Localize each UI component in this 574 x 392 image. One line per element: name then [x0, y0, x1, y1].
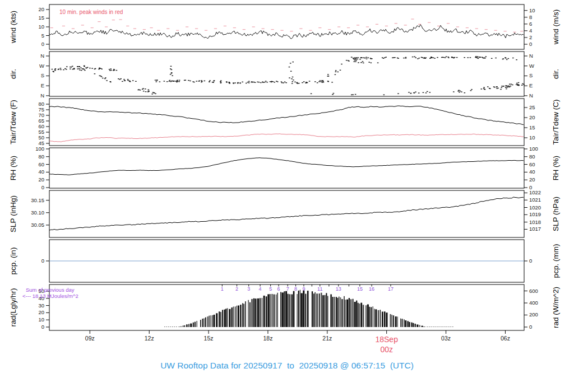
dir-dot [298, 83, 300, 83]
dir-dot [289, 67, 290, 67]
dir-dot [138, 89, 140, 90]
dir-dot [54, 69, 56, 70]
rad-bar [371, 307, 372, 327]
dir-dot [289, 77, 290, 78]
y-tick-label: 10 [38, 316, 44, 323]
dir-dot [170, 74, 172, 74]
rad-bar [367, 305, 369, 327]
rad-bar [209, 316, 210, 327]
dir-dot [239, 83, 241, 83]
rad-bar [405, 320, 406, 327]
rad-bar [245, 301, 246, 327]
dir-dot [170, 81, 172, 82]
chart-title: UW Rooftop Data for 20250917 to 20250918… [0, 361, 574, 371]
dir-dot [371, 58, 373, 59]
rad-bar [288, 294, 289, 327]
dir-dot [384, 57, 386, 58]
rad-bar [183, 326, 184, 328]
rad-bar [393, 315, 394, 327]
dir-dot [164, 81, 165, 81]
rad-stub [430, 326, 432, 327]
dir-dot [417, 58, 419, 59]
dir-dot [290, 71, 292, 72]
rad-bar [369, 307, 370, 327]
dir-dot [58, 69, 59, 69]
axis-title-left: dir. [9, 69, 17, 79]
rad-bar [233, 307, 234, 328]
dir-dot [172, 75, 173, 76]
dir-dot [318, 81, 320, 82]
dir-dot [459, 92, 460, 92]
rad-stub [172, 326, 173, 327]
dir-dot [104, 78, 106, 79]
dir-dot [277, 81, 279, 82]
dir-dot [80, 68, 82, 68]
dir-dot [234, 82, 236, 83]
dir-dot [382, 57, 383, 58]
rad-bar [382, 312, 383, 328]
dir-dot [335, 74, 336, 75]
rad-bar [219, 311, 220, 327]
dir-dot [110, 81, 112, 82]
dir-dot [201, 80, 202, 81]
dir-dot [366, 58, 368, 59]
rad-bar [291, 295, 293, 328]
y-tick-label: 0 [41, 41, 44, 47]
y-tick-label: 5 [41, 32, 44, 39]
rad-stub [174, 326, 175, 327]
rad-bar [330, 295, 331, 328]
dir-dot [481, 88, 483, 89]
rad-bar [305, 294, 306, 327]
dir-dot [127, 79, 129, 80]
dir-dot [362, 61, 364, 62]
y-tick-label: N [529, 53, 533, 59]
dir-dot [201, 82, 202, 82]
dir-dot [430, 57, 432, 58]
rad-bar [324, 295, 325, 327]
y-axis-left: 020406080100 [35, 146, 49, 190]
dir-dot [485, 57, 487, 57]
y-tick-label: 80 [38, 153, 44, 160]
y-tick-label: 25 [529, 104, 535, 110]
rad-stub [437, 326, 438, 327]
y-tick-label: N [529, 92, 533, 99]
axis-title-right: dir. [552, 69, 560, 79]
dir-dot [213, 81, 215, 81]
rad-bar [373, 306, 373, 327]
y-tick-label: 2 [529, 34, 532, 40]
rad-bar [237, 306, 237, 327]
rad-bar [274, 295, 275, 327]
rad-bar [404, 319, 404, 327]
rad-bar [270, 294, 271, 327]
dir-dot [148, 90, 150, 90]
y-tick-label: 65 [38, 118, 44, 124]
rad-bar [378, 310, 379, 327]
rad-bar [297, 294, 298, 327]
rad-bar [271, 294, 272, 327]
dir-dot [368, 62, 370, 62]
panel-dir: NESWNNESWNdir.dir. [9, 52, 560, 99]
rad-bar [358, 303, 359, 327]
rad-bar [354, 302, 356, 327]
rad-stub [442, 326, 443, 327]
dir-dot [516, 83, 518, 83]
rad-bar [301, 293, 303, 328]
dir-dot [433, 57, 434, 58]
dir-dot [414, 57, 415, 57]
dir-dot [504, 57, 506, 58]
dir-dot [360, 62, 362, 63]
dir-dot [159, 81, 161, 82]
dir-dot [260, 82, 262, 83]
dir-dot [247, 82, 249, 82]
dir-dot [484, 58, 485, 58]
dir-dot [522, 83, 524, 84]
x-tick-label: 09z [85, 335, 95, 342]
dir-dot [262, 82, 264, 83]
mj-sum-label: 17 [388, 286, 394, 292]
axis-title-left: SLP (inHg) [9, 195, 17, 232]
dir-dot [328, 76, 330, 76]
dir-dot [109, 69, 110, 69]
dir-dot [78, 68, 80, 69]
rad-bar [184, 325, 186, 327]
dir-dot [101, 76, 103, 77]
